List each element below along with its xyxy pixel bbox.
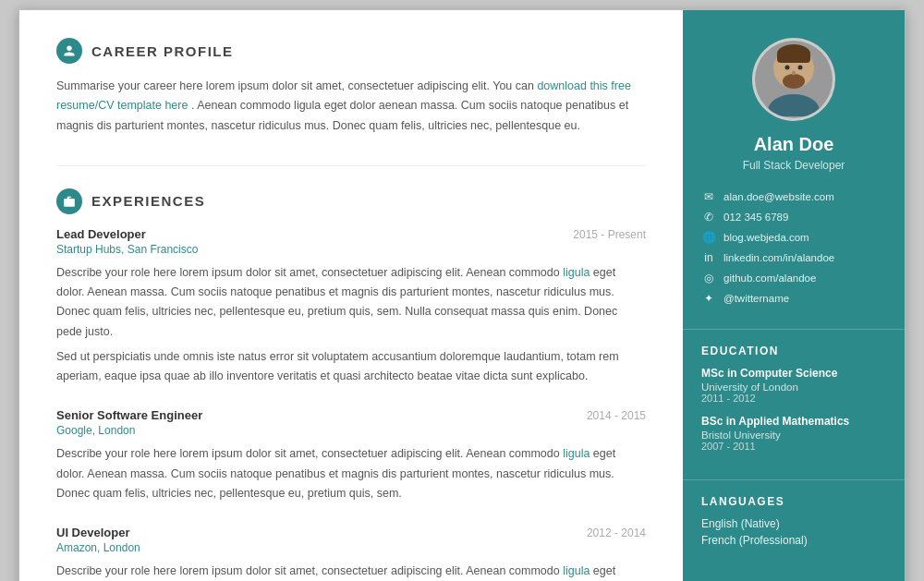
experiences-title: EXPERIENCES — [91, 193, 205, 209]
briefcase-icon — [63, 195, 76, 208]
experience-company: Startup Hubs, San Francisco — [56, 243, 646, 256]
experience-role: Lead Developer — [56, 227, 146, 241]
avatar-image — [757, 42, 831, 116]
svg-rect-2 — [777, 52, 810, 63]
profile-title: Full Stack Developer — [743, 159, 845, 172]
education-degree: MSc in Computer Science — [701, 367, 886, 380]
profile-photo — [752, 38, 835, 121]
education-degree: BSc in Applied Mathematics — [701, 415, 886, 428]
language-list: English (Native)French (Professional) — [701, 517, 886, 547]
svg-point-7 — [792, 71, 796, 76]
education-years: 2011 - 2012 — [701, 393, 886, 404]
contact-linkedin: inlinkedin.com/in/alandoe — [701, 251, 886, 264]
career-profile-text: Summarise your career here lorem ipsum d… — [56, 77, 646, 136]
education-years: 2007 - 2011 — [701, 441, 886, 452]
sidebar-divider-1 — [683, 329, 905, 330]
experience-header-1: Senior Software Engineer 2014 - 2015 — [56, 408, 646, 422]
phone-icon: ✆ — [701, 211, 716, 224]
inline-link[interactable]: ligula — [563, 564, 590, 577]
experiences-section: EXPERIENCES Lead Developer 2015 - Presen… — [56, 188, 646, 581]
svg-point-5 — [785, 66, 790, 70]
career-profile-icon — [56, 38, 82, 64]
experience-company: Amazon, London — [56, 541, 646, 554]
svg-point-3 — [783, 74, 805, 89]
contact-twitter: ✦@twittername — [701, 292, 886, 305]
career-profile-header: CAREER PROFILE — [56, 38, 646, 64]
education-school: University of London — [701, 381, 886, 393]
experience-header-2: UI Developer 2012 - 2014 — [56, 526, 646, 539]
experience-item-2: UI Developer 2012 - 2014 Amazon, London … — [56, 526, 646, 581]
experience-item-0: Lead Developer 2015 - Present Startup Hu… — [56, 227, 646, 387]
experience-desc: Describe your role here lorem ipsum dolo… — [56, 263, 646, 342]
main-content: CAREER PROFILE Summarise your career her… — [19, 10, 683, 581]
inline-link[interactable]: ligula — [563, 266, 590, 279]
user-icon — [63, 44, 76, 57]
career-profile-section: CAREER PROFILE Summarise your career her… — [56, 38, 646, 136]
website-icon: 🌐 — [701, 231, 716, 244]
experience-desc: Sed ut perspiciatis unde omnis iste natu… — [56, 347, 646, 387]
svg-point-4 — [768, 94, 820, 116]
education-item-0: MSc in Computer Science University of Lo… — [701, 367, 886, 404]
education-title: EDUCATION — [701, 345, 886, 357]
divider-1 — [56, 165, 646, 166]
contact-email: ✉alan.doe@website.com — [701, 190, 886, 203]
inline-link[interactable]: ligula — [563, 447, 590, 460]
profile-name: Alan Doe — [754, 134, 834, 155]
experience-role: Senior Software Engineer — [56, 408, 202, 422]
language-item-0: English (Native) — [701, 517, 886, 530]
contact-phone: ✆012 345 6789 — [701, 211, 886, 224]
github-icon: ◎ — [701, 272, 716, 284]
svg-point-6 — [798, 66, 803, 70]
linkedin-icon: in — [701, 251, 716, 264]
resume-wrapper: CAREER PROFILE Summarise your career her… — [18, 9, 906, 581]
education-item-1: BSc in Applied Mathematics Bristol Unive… — [701, 415, 886, 452]
experiences-header: EXPERIENCES — [56, 188, 646, 214]
contact-website: 🌐blog.webjeda.com — [701, 231, 886, 244]
education-school: Bristol University — [701, 430, 886, 441]
experience-dates: 2015 - Present — [573, 228, 646, 241]
experience-header-0: Lead Developer 2015 - Present — [56, 227, 646, 241]
experience-role: UI Developer — [56, 526, 129, 539]
experience-company: Google, London — [56, 424, 646, 437]
sidebar: Alan Doe Full Stack Developer ✉alan.doe@… — [683, 10, 905, 581]
contact-github: ◎github.com/alandoe — [701, 272, 886, 284]
languages-title: LANGUAGES — [701, 495, 886, 508]
email-icon: ✉ — [701, 190, 716, 203]
experience-dates: 2014 - 2015 — [587, 409, 646, 422]
experience-list: Lead Developer 2015 - Present Startup Hu… — [56, 227, 646, 581]
experience-desc: Describe your role here lorem ipsum dolo… — [56, 562, 646, 581]
experience-desc: Describe your role here lorem ipsum dolo… — [56, 444, 646, 503]
language-item-1: French (Professional) — [701, 534, 886, 547]
experiences-icon — [56, 188, 82, 214]
career-profile-title: CAREER PROFILE — [91, 43, 234, 59]
education-list: MSc in Computer Science University of Lo… — [701, 367, 886, 452]
twitter-icon: ✦ — [701, 292, 716, 305]
education-section: EDUCATION MSc in Computer Science Univer… — [683, 345, 905, 463]
sidebar-divider-2 — [683, 479, 905, 480]
contact-section: ✉alan.doe@website.com✆012 345 6789🌐blog.… — [683, 190, 905, 312]
experience-item-1: Senior Software Engineer 2014 - 2015 Goo… — [56, 408, 646, 503]
languages-section: LANGUAGES English (Native)French (Profes… — [683, 495, 905, 551]
experience-dates: 2012 - 2014 — [587, 527, 646, 539]
